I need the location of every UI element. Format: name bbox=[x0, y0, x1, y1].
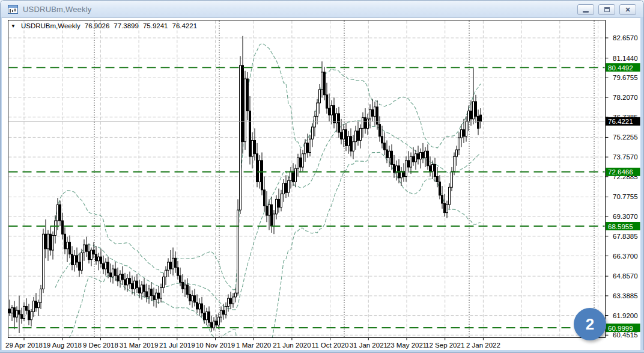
candle-body-bear bbox=[345, 130, 347, 146]
candle-body-bull bbox=[425, 151, 427, 158]
open-value: 76.9026 bbox=[85, 22, 110, 29]
price-label: 81.1440 bbox=[613, 55, 638, 62]
candle-body-bull bbox=[165, 270, 167, 277]
date-label: 31 Mar 2019 bbox=[120, 342, 159, 349]
candle-body-bull bbox=[302, 154, 304, 167]
candle-body-bear bbox=[300, 158, 302, 167]
candle-body-bull bbox=[240, 66, 242, 210]
price-badge-label: 60.9999 bbox=[608, 325, 633, 332]
candle-body-bull bbox=[295, 168, 297, 182]
candle-body-bull bbox=[172, 258, 174, 269]
candle-body-bull bbox=[74, 256, 76, 265]
candle-body-bear bbox=[216, 321, 217, 325]
candle-body-bear bbox=[175, 258, 177, 268]
date-label: 11 Oct 2020 bbox=[312, 342, 349, 349]
candle-body-bear bbox=[439, 182, 441, 195]
candle-body-bull bbox=[259, 161, 261, 182]
candle-body-bull bbox=[156, 293, 157, 299]
candle-body-bull bbox=[23, 306, 25, 318]
candle-body-bull bbox=[374, 107, 376, 117]
candle-body-bear bbox=[59, 204, 61, 221]
chart-area[interactable]: 82.657081.144079.675578.207076.738575.22… bbox=[0, 18, 644, 353]
candle-body-bull bbox=[168, 262, 169, 270]
candle-body-bull bbox=[245, 79, 246, 142]
candle-body-bear bbox=[153, 296, 155, 300]
candle-body-bear bbox=[285, 183, 287, 193]
candle-body-bear bbox=[475, 102, 477, 116]
candle-body-bear bbox=[391, 151, 393, 164]
time-scale[interactable]: 29 Apr 201819 Aug 20189 Dec 201831 Mar 2… bbox=[5, 338, 500, 349]
candle-body-bear bbox=[333, 106, 335, 123]
candle-body-bull bbox=[127, 278, 129, 285]
candle-body-bear bbox=[180, 275, 181, 282]
candle-body-bull bbox=[273, 214, 275, 226]
candle-body-bear bbox=[365, 118, 366, 129]
expand-arrow-icon[interactable]: ▼ bbox=[11, 23, 16, 29]
candle-body-bull bbox=[40, 289, 42, 302]
candle-body-bear bbox=[480, 115, 482, 121]
price-label: 67.8385 bbox=[613, 233, 638, 240]
candle-body-bear bbox=[71, 254, 73, 265]
candle-body-bull bbox=[218, 317, 220, 325]
candle-body-bull bbox=[321, 72, 323, 90]
price-label: 75.2255 bbox=[613, 134, 638, 141]
price-label: 63.3885 bbox=[613, 292, 638, 299]
candle-body-bear bbox=[21, 315, 23, 319]
candle-body-bear bbox=[50, 234, 52, 250]
candle-body-bear bbox=[108, 262, 109, 273]
restore-icon bbox=[604, 7, 610, 12]
candle-body-bear bbox=[338, 114, 340, 132]
minimize-button[interactable] bbox=[577, 4, 594, 15]
candle-body-bear bbox=[470, 111, 472, 118]
candle-body-bull bbox=[348, 137, 350, 146]
price-label: 64.8570 bbox=[613, 272, 638, 280]
candle-body-bear bbox=[177, 268, 179, 275]
candle-body-bear bbox=[341, 132, 342, 139]
candle bbox=[237, 199, 239, 295]
candle-body-bull bbox=[281, 194, 282, 207]
candle-body-bear bbox=[146, 292, 148, 297]
date-label: 2 Jan 2022 bbox=[466, 342, 500, 349]
candle-body-bull bbox=[367, 119, 369, 129]
candle-body-bear bbox=[182, 282, 184, 289]
candle-body-bull bbox=[458, 138, 460, 150]
candle bbox=[240, 56, 242, 214]
candle-body-bear bbox=[122, 274, 124, 280]
candle-body-bear bbox=[261, 161, 263, 190]
price-label: 73.7570 bbox=[613, 153, 638, 161]
candle-body-bull bbox=[276, 199, 278, 213]
candle-body-bear bbox=[158, 293, 160, 298]
chart-body: 82.657081.144079.675578.207076.738575.22… bbox=[0, 18, 644, 353]
candle-body-bear bbox=[144, 285, 145, 292]
candle-body-bull bbox=[38, 302, 40, 308]
candle-body-bear bbox=[129, 278, 131, 284]
candle-body-bear bbox=[418, 154, 419, 159]
candle-body-bull bbox=[225, 306, 227, 314]
price-scale[interactable]: 82.657081.144079.675578.207076.738575.22… bbox=[606, 34, 640, 339]
high-value: 77.3899 bbox=[114, 22, 139, 29]
candle-body-bear bbox=[430, 166, 431, 171]
candle-body-bear bbox=[201, 304, 203, 313]
title-bar[interactable]: USDRUBm,Weekly ✕ bbox=[0, 0, 644, 18]
candle-body-bull bbox=[317, 103, 318, 116]
candle-body-bear bbox=[76, 256, 78, 262]
candle-body-bull bbox=[31, 312, 32, 319]
candle-body-bull bbox=[43, 234, 44, 289]
candle-body-bear bbox=[230, 298, 232, 304]
candle-body-bear bbox=[19, 310, 20, 315]
candle-body-bull bbox=[451, 171, 453, 188]
candle-body-bear bbox=[442, 195, 443, 203]
candle-body-bull bbox=[67, 242, 68, 249]
restore-button[interactable] bbox=[598, 4, 615, 15]
candle-body-bear bbox=[93, 250, 95, 254]
candle-body-bear bbox=[28, 310, 30, 320]
candle-body-bear bbox=[64, 234, 66, 248]
candle-body-bear bbox=[257, 154, 258, 182]
candle-body-bull bbox=[369, 109, 371, 119]
close-button[interactable]: ✕ bbox=[619, 4, 636, 15]
candle-body-bull bbox=[184, 285, 186, 289]
candle-body-bull bbox=[163, 277, 165, 287]
candle-body-bull bbox=[466, 121, 467, 136]
price-badge-label: 72.6466 bbox=[608, 168, 633, 176]
window-bottom-border bbox=[0, 350, 644, 353]
